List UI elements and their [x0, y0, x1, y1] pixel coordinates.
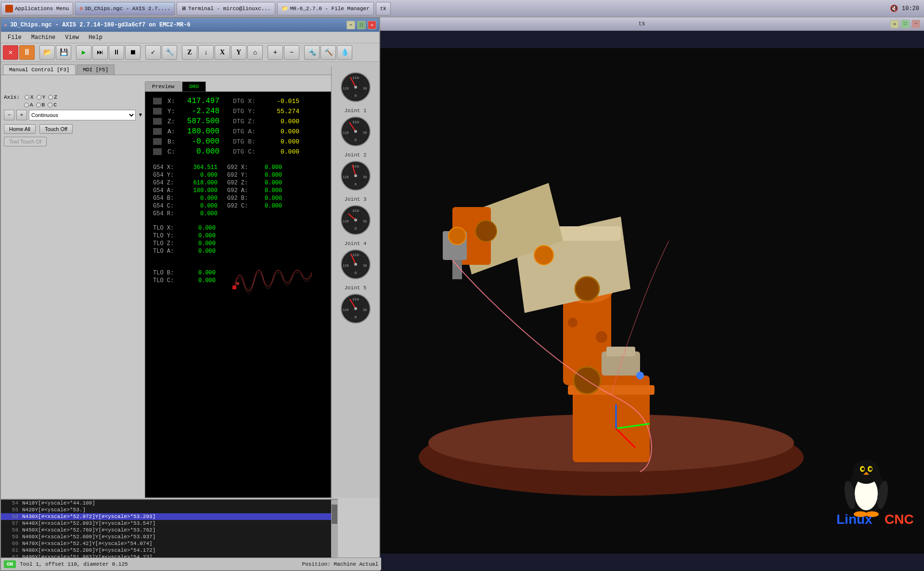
tab-preview[interactable]: Preview: [145, 81, 181, 91]
dro-dtg-z-label: DTG Z:: [233, 118, 262, 125]
maximize-button[interactable]: □: [357, 21, 366, 29]
touch-off-button[interactable]: Touch Off: [39, 124, 73, 134]
menu-view[interactable]: View: [60, 33, 84, 42]
tlo-b-label: TLO B:: [153, 270, 187, 276]
minus-button[interactable]: −: [284, 45, 299, 60]
step-button[interactable]: ⏭: [92, 45, 108, 60]
jog-minus-button[interactable]: −: [4, 110, 14, 120]
line-num-59: 59: [4, 534, 18, 540]
jog-plus-button[interactable]: +: [16, 110, 27, 120]
x-button[interactable]: X: [215, 45, 230, 60]
verify-button[interactable]: ✓: [145, 45, 161, 60]
home-button[interactable]: ⌂: [247, 45, 263, 60]
status-bar: ON Tool 1, offset 110, diameter 0.125 Po…: [1, 558, 381, 570]
taskbar-item-filemanager[interactable]: 📁 MR-6_2.7.0 - File Manager: [277, 2, 374, 15]
abort-button[interactable]: ⏹: [125, 45, 141, 60]
line-num-58: 58: [4, 527, 18, 533]
line-code-58: N450X[#<xscale>*52.769]Y[#<yscale>*53.76…: [22, 527, 155, 533]
svg-rect-1: [232, 286, 236, 289]
dro-z-value: 587.500: [181, 117, 219, 126]
touch-button[interactable]: 🔧: [162, 45, 177, 60]
tlo-c-value: 0.000: [187, 277, 216, 284]
minimize-button[interactable]: −: [346, 21, 355, 29]
axis-x-radio[interactable]: X: [25, 94, 34, 100]
taskbar-item-terminal[interactable]: 🖥 Terminal - mirco@linuxc...: [177, 2, 275, 15]
axis-xyz-group: Axis: X Y Z: [4, 94, 142, 100]
z-button[interactable]: Z: [182, 45, 197, 60]
tk-close-button[interactable]: ✕: [890, 20, 899, 28]
svg-text:150: 150: [352, 120, 359, 124]
open-button[interactable]: 📂: [39, 45, 55, 60]
stop-button[interactable]: ✕: [3, 45, 18, 60]
taskbar-item-apps[interactable]: Applications Menu: [1, 2, 73, 15]
tool-touch-off-button[interactable]: Tool Touch Of: [4, 137, 47, 146]
menu-help[interactable]: Help: [84, 33, 107, 42]
zdown-button[interactable]: ↓: [198, 45, 214, 60]
joint3-label: Joint 3: [344, 196, 366, 202]
joint1-label: Joint 1: [344, 108, 366, 114]
y-button[interactable]: Y: [231, 45, 246, 60]
svg-point-70: [568, 318, 578, 327]
g54-b-value: 0.000: [184, 195, 218, 202]
tab-mdi[interactable]: MDI [F5]: [77, 65, 115, 75]
joint0-group: 150 0 120 30: [332, 68, 379, 106]
tlo-a-label: TLO A:: [153, 248, 187, 255]
taskbar-item-tk[interactable]: tk: [376, 2, 391, 15]
svg-text:120: 120: [343, 264, 349, 268]
svg-text:0: 0: [354, 271, 357, 275]
g92-c-label: G92 C:: [227, 203, 251, 209]
axis-z-radio[interactable]: Z: [48, 94, 57, 100]
joint4-gauge: 150 0 120 30: [339, 247, 372, 281]
axis-b-radio[interactable]: B: [36, 102, 45, 108]
home-all-button[interactable]: Home All: [4, 124, 36, 134]
run-button[interactable]: ▶: [76, 45, 91, 60]
g92-a-label: G92 A:: [227, 187, 251, 194]
axis-icon: ⚙: [79, 5, 83, 12]
tlo-x-value: 0.000: [187, 225, 216, 232]
g54-z-value: 618.000: [184, 180, 218, 186]
robot-3d-view[interactable]: Linux CNC: [380, 31, 924, 571]
tk-minimize-button[interactable]: −: [911, 20, 920, 28]
tlo-z-value: 0.000: [187, 240, 216, 247]
save-button[interactable]: 💾: [56, 45, 71, 60]
coolant-button[interactable]: 💧: [337, 45, 352, 60]
svg-text:0: 0: [354, 315, 357, 319]
tab-manual-control[interactable]: Manual Control [F3]: [3, 65, 76, 75]
plus-button[interactable]: +: [268, 45, 283, 60]
scrollbar-thumb[interactable]: [332, 505, 337, 524]
g54-row-c: G54 C: 0.000 G92 C: 0.000: [153, 203, 323, 209]
g92-y-label: G92 Y:: [227, 172, 251, 179]
svg-text:150: 150: [352, 76, 359, 80]
code-line-60: 60 N470X[#<xscale>*52.42]Y[#<yscale>*54.…: [1, 540, 338, 547]
hold-button[interactable]: ⏸: [109, 45, 124, 60]
jog-mode-select[interactable]: Continuous Step 0.001 Step 0.01 Step 0.1: [29, 110, 136, 120]
taskbar-item-axis[interactable]: ⚙ 3D_Chips.ngc - AXIS 2.7....: [75, 2, 175, 15]
svg-text:120: 120: [343, 308, 349, 312]
joint4-label: Joint 4: [344, 241, 366, 247]
svg-point-65: [575, 277, 599, 301]
taskbar: Applications Menu ⚙ 3D_Chips.ngc - AXIS …: [0, 0, 924, 17]
tab-dro[interactable]: DRO: [182, 81, 206, 91]
pause-button[interactable]: ⏸: [19, 45, 35, 60]
menu-machine[interactable]: Machine: [26, 33, 60, 42]
close-button[interactable]: ✕: [368, 21, 376, 29]
tool-button[interactable]: 🔨: [321, 45, 336, 60]
tlo-b-row-with-vis: TLO B: 0.000 TLO C: 0.000: [153, 256, 323, 299]
joint2-label: Joint 2: [344, 152, 366, 158]
dro-a-value: 180.000: [181, 127, 219, 136]
svg-text:120: 120: [343, 131, 349, 135]
machine-state: ON: [4, 560, 16, 568]
menu-file[interactable]: File: [3, 33, 26, 42]
axis-y-radio[interactable]: Y: [37, 94, 46, 100]
axis-a-radio[interactable]: A: [24, 102, 33, 108]
terminal-icon: 🖥: [181, 5, 186, 12]
dro-dtg-a-label: DTG A:: [233, 128, 262, 135]
tlo-y-value: 0.000: [187, 233, 216, 239]
spindle-button[interactable]: 🔩: [304, 45, 320, 60]
g54-c-value: 0.000: [184, 203, 218, 209]
axis-tab-label: 3D_Chips.ngc - AXIS 2.7....: [85, 6, 170, 12]
tlo-row-x: TLO X: 0.000: [153, 225, 323, 232]
axis-c-radio[interactable]: C: [48, 102, 57, 108]
tk-maximize-button[interactable]: □: [901, 20, 910, 28]
home-icon-c: [153, 148, 162, 155]
